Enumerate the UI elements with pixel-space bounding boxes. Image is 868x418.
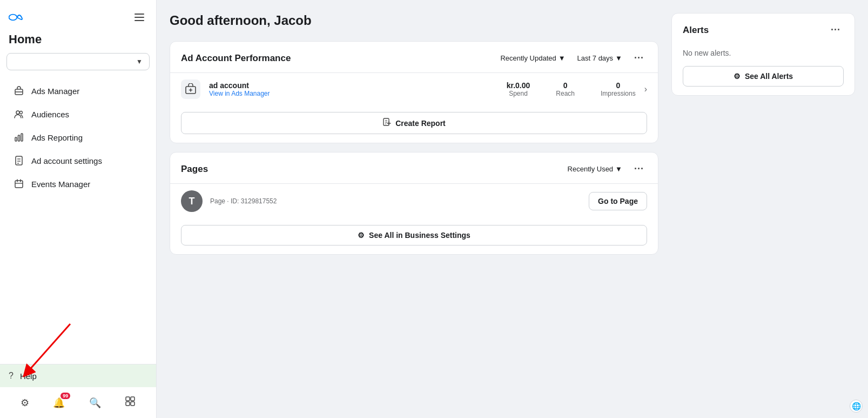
see-all-label: See All in Business Settings — [369, 231, 470, 240]
impressions-label: Impressions — [601, 90, 636, 97]
chart-icon — [13, 131, 25, 143]
sidebar-item-audiences-label: Audiences — [31, 110, 69, 119]
spend-value: kr.0.00 — [507, 81, 530, 90]
ad-stats: kr.0.00 Spend 0 Reach 0 Impressions — [507, 81, 636, 97]
svg-rect-12 — [15, 181, 23, 188]
alerts-title: Alerts — [683, 25, 709, 36]
sidebar-item-audiences[interactable]: Audiences — [4, 103, 152, 125]
sidebar-item-events-manager-label: Events Manager — [31, 180, 90, 189]
impressions-value: 0 — [601, 81, 636, 90]
svg-point-0 — [9, 15, 17, 21]
sidebar: Home ▼ Ads Manager — [0, 0, 157, 418]
ad-account-info: ad account View in Ads Manager — [209, 81, 498, 97]
chevron-down-icon: ▼ — [136, 58, 143, 65]
pages-card-header-right: Recently Used ▼ ··· — [564, 161, 647, 177]
recently-used-chevron-icon: ▼ — [615, 165, 622, 173]
sidebar-nav: Ads Manager Audiences — [0, 79, 156, 196]
recently-updated-label: Recently Updated — [500, 54, 556, 62]
search-button[interactable]: 🔍 — [86, 394, 104, 412]
bottom-icons-bar: ⚙ 🔔 99 🔍 — [0, 387, 156, 418]
settings-gear-icon: ⚙ — [358, 231, 365, 240]
content-area: Good afternoon, Jacob Ad Account Perform… — [157, 0, 868, 418]
create-report-button[interactable]: Create Report — [181, 112, 647, 134]
notifications-button[interactable]: 🔔 99 — [50, 394, 68, 412]
recently-used-label: Recently Used — [568, 165, 614, 173]
cards-area: Good afternoon, Jacob Ad Account Perform… — [157, 0, 671, 418]
last-7-days-chevron-icon: ▼ — [615, 54, 622, 62]
recently-used-filter[interactable]: Recently Used ▼ — [564, 163, 625, 175]
ad-performance-more-button[interactable]: ··· — [631, 50, 647, 66]
pages-card: Pages Recently Used ▼ ··· T Page · ID: 3… — [170, 152, 658, 255]
briefcase-icon — [13, 85, 25, 97]
ad-account-name: ad account — [209, 81, 498, 90]
view-in-ads-manager-link[interactable]: View in Ads Manager — [209, 90, 498, 97]
events-icon — [13, 178, 25, 190]
settings-button[interactable]: ⚙ — [17, 394, 32, 412]
pages-more-button[interactable]: ··· — [631, 161, 647, 177]
layout-button[interactable] — [122, 393, 139, 413]
svg-rect-5 — [15, 137, 17, 141]
sidebar-item-events-manager[interactable]: Events Manager — [4, 172, 152, 195]
sidebar-top — [0, 0, 156, 30]
last-7-days-filter[interactable]: Last 7 days ▼ — [574, 52, 625, 64]
impressions-stat: 0 Impressions — [601, 81, 636, 97]
users-icon — [13, 108, 25, 120]
last-7-days-label: Last 7 days — [577, 54, 614, 62]
notification-badge: 99 — [60, 393, 70, 399]
sidebar-item-ad-account-settings[interactable]: Ad account settings — [4, 149, 152, 172]
sidebar-bottom: ? Help ⚙ 🔔 99 🔍 — [0, 364, 156, 418]
pages-card-title: Pages — [181, 164, 208, 175]
gear-icon: ⚙ — [21, 397, 29, 409]
svg-point-3 — [16, 111, 19, 114]
svg-rect-6 — [18, 135, 20, 141]
layout-icon — [125, 396, 136, 409]
page-row: T Page · ID: 3129817552 Go to Page — [170, 183, 658, 218]
ad-account-performance-header-right: Recently Updated ▼ Last 7 days ▼ ··· — [497, 50, 647, 66]
ad-account-row: ad account View in Ads Manager kr.0.00 S… — [170, 72, 658, 105]
question-icon: ? — [9, 371, 14, 381]
page-avatar: T — [181, 190, 203, 212]
svg-rect-16 — [126, 397, 130, 401]
goto-page-button[interactable]: Go to Page — [589, 192, 647, 210]
recently-updated-filter[interactable]: Recently Updated ▼ — [497, 52, 568, 64]
sidebar-item-ads-manager-label: Ads Manager — [31, 87, 79, 96]
svg-rect-17 — [131, 397, 134, 401]
spend-stat: kr.0.00 Spend — [507, 81, 530, 97]
search-icon: 🔍 — [89, 397, 101, 409]
spend-label: Spend — [507, 90, 530, 97]
no-alerts-text: No new alerts. — [672, 44, 854, 66]
page-avatar-letter: T — [189, 196, 195, 207]
svg-rect-7 — [21, 134, 23, 141]
see-all-alerts-label: See All Alerts — [745, 72, 793, 81]
reach-value: 0 — [556, 81, 575, 90]
sidebar-item-ad-account-settings-label: Ad account settings — [31, 156, 102, 165]
greeting: Good afternoon, Jacob — [170, 13, 658, 28]
account-selector[interactable]: ▼ — [6, 53, 150, 70]
sidebar-item-ads-manager[interactable]: Ads Manager — [4, 79, 152, 102]
svg-rect-18 — [126, 402, 130, 406]
reach-label: Reach — [556, 90, 575, 97]
sidebar-item-ads-reporting[interactable]: Ads Reporting — [4, 126, 152, 149]
reach-stat: 0 Reach — [556, 81, 575, 97]
page-info: Page · ID: 3129817552 — [210, 197, 581, 205]
see-all-alerts-button[interactable]: ⚙ See All Alerts — [683, 66, 844, 87]
create-report-icon — [382, 118, 391, 128]
hamburger-button[interactable] — [131, 10, 147, 24]
svg-point-4 — [20, 111, 23, 114]
help-item[interactable]: ? Help — [0, 364, 156, 387]
help-label: Help — [20, 371, 37, 381]
sidebar-title: Home — [0, 30, 156, 53]
see-all-business-settings-button[interactable]: ⚙ See All in Business Settings — [181, 225, 647, 246]
globe-icon: 🌐 — [850, 400, 863, 413]
create-report-label: Create Report — [395, 119, 446, 128]
ad-account-performance-card: Ad Account Performance Recently Updated … — [170, 41, 658, 143]
alerts-panel: Alerts ··· No new alerts. ⚙ See All Aler… — [671, 13, 855, 96]
meta-logo-icon — [9, 9, 26, 26]
ad-account-row-chevron-icon[interactable]: › — [644, 84, 647, 94]
document-icon — [13, 155, 25, 167]
alerts-gear-icon: ⚙ — [734, 72, 741, 81]
ad-account-performance-header: Ad Account Performance Recently Updated … — [170, 42, 658, 72]
alerts-header: Alerts ··· — [672, 14, 854, 44]
alerts-more-button[interactable]: ··· — [827, 22, 844, 38]
recently-updated-chevron-icon: ▼ — [559, 54, 566, 62]
